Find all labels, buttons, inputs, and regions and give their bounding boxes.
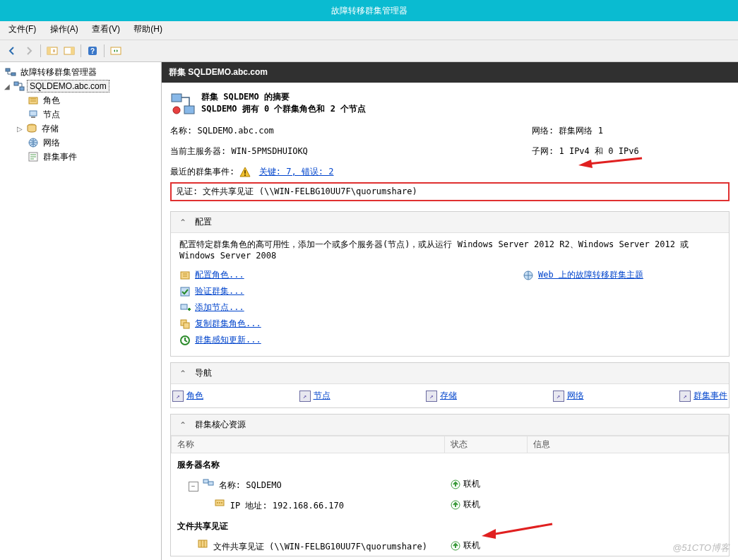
tree-roles[interactable]: 角色	[0, 93, 161, 107]
svg-marker-42	[482, 529, 496, 539]
tree-nodes[interactable]: 节点	[0, 107, 161, 121]
separator-icon	[40, 44, 41, 57]
config-header[interactable]: ⌃ 配置	[171, 212, 729, 233]
copy-role-icon	[179, 318, 191, 330]
action-pane-button[interactable]	[61, 43, 77, 59]
svg-rect-25	[181, 287, 189, 296]
refresh-button[interactable]	[108, 43, 124, 59]
nav-network[interactable]: ↗网络	[553, 390, 680, 402]
configure-role-icon	[179, 270, 191, 281]
tool-bar: ?	[0, 40, 738, 62]
status-online-icon	[451, 541, 460, 551]
nav-title: 导航	[195, 367, 212, 379]
svg-rect-9	[14, 82, 18, 85]
resources-section: ⌃ 群集核心资源 名称 状态 信息 服务器名称 − 名称: SQLDEMO 联机	[170, 414, 730, 556]
col-status[interactable]: 状态	[445, 436, 528, 453]
tree-nodes-label: 节点	[41, 108, 62, 121]
separator-icon	[104, 44, 105, 57]
tree-storage[interactable]: ▷ 存储	[0, 121, 161, 136]
collapse-box-icon[interactable]: −	[189, 482, 198, 492]
svg-point-37	[221, 502, 222, 504]
resources-title: 群集核心资源	[195, 419, 246, 431]
add-node-icon	[179, 302, 191, 314]
tree-root-label: 故障转移群集管理器	[18, 66, 99, 79]
menu-view[interactable]: 查看(V)	[88, 23, 124, 36]
window-title-bar: 故障转移群集管理器	[0, 0, 738, 21]
svg-rect-20	[244, 170, 246, 174]
svg-line-41	[492, 524, 552, 535]
menu-bar: 文件(F) 操作(A) 查看(V) 帮助(H)	[0, 21, 738, 40]
nav-roles[interactable]: ↗角色	[172, 390, 299, 402]
chevron-up-icon: ⌃	[178, 218, 188, 227]
svg-rect-21	[244, 174, 246, 176]
nav-events[interactable]: ↗群集事件	[679, 390, 727, 402]
events-row: 最近的群集事件: 关键: 7, 错误: 2	[170, 166, 730, 178]
nav-storage[interactable]: ↗存储	[426, 390, 553, 402]
expand-icon[interactable]: ▷	[16, 125, 24, 133]
status-online-icon	[451, 500, 460, 510]
detail-header: 群集 SQLDEMO.abc.com	[162, 62, 738, 83]
svg-rect-6	[111, 47, 121, 54]
events-link[interactable]: 关键: 7, 错误: 2	[259, 167, 334, 177]
nav-header[interactable]: ⌃ 导航	[171, 363, 729, 384]
tree-events[interactable]: 群集事件	[0, 150, 161, 164]
nav-nodes[interactable]: ↗节点	[299, 390, 427, 402]
col-info[interactable]: 信息	[528, 436, 729, 453]
configure-role-link[interactable]: 配置角色...	[179, 269, 523, 281]
window-title: 故障转移群集管理器	[331, 6, 407, 16]
resources-table: 名称 状态 信息 服务器名称 − 名称: SQLDEMO 联机 IP 地址: 1…	[171, 436, 729, 556]
row-witness[interactable]: 文件共享见证 (\\WIN-FELBG10UU7F\quorumshare) 联…	[172, 535, 729, 556]
collapse-icon[interactable]: ◢	[3, 83, 11, 90]
cluster-manager-icon	[5, 66, 16, 78]
tree-roles-label: 角色	[41, 94, 62, 107]
svg-rect-17	[172, 94, 181, 102]
events-icon	[28, 151, 39, 162]
show-hide-tree-button[interactable]	[44, 43, 60, 59]
web-icon	[523, 270, 534, 281]
network-row: 网络: 群集网络 1	[532, 125, 730, 137]
witness-highlight-box: 见证: 文件共享见证 (\\WIN-FELBG10UU7F\quorumshar…	[170, 182, 730, 201]
help-button[interactable]: ?	[85, 43, 100, 59]
svg-rect-26	[181, 304, 187, 309]
tree-root[interactable]: 故障转移群集管理器	[0, 65, 161, 79]
resources-header[interactable]: ⌃ 群集核心资源	[171, 415, 729, 436]
witness-icon	[197, 538, 208, 549]
menu-operation[interactable]: 操作(A)	[46, 23, 83, 36]
back-button[interactable]	[4, 43, 20, 59]
web-topic-link[interactable]: Web 上的故障转移群集主题	[523, 269, 720, 281]
launch-icon: ↗	[299, 391, 311, 402]
svg-point-36	[219, 502, 220, 504]
group-server-name: 服务器名称	[172, 453, 729, 475]
update-aware-link[interactable]: 群集感知更新...	[179, 334, 523, 346]
tree-cluster[interactable]: ◢ SQLDEMO.abc.com	[0, 79, 161, 93]
annotation-arrow-icon	[482, 522, 552, 541]
summary-subtitle: SQLDEMO 拥有 0 个群集角色和 2 个节点	[201, 103, 366, 115]
storage-icon	[26, 123, 37, 134]
forward-button[interactable]	[21, 43, 37, 59]
copy-role-link[interactable]: 复制群集角色...	[179, 318, 523, 330]
svg-rect-32	[208, 482, 213, 485]
svg-marker-23	[578, 160, 593, 168]
svg-rect-24	[181, 272, 189, 279]
cluster-summary-icon	[170, 91, 196, 117]
svg-rect-31	[203, 479, 208, 483]
config-title: 配置	[195, 216, 212, 228]
row-ip-address[interactable]: IP 地址: 192.168.66.170 联机	[172, 494, 729, 515]
menu-help[interactable]: 帮助(H)	[129, 23, 167, 36]
validate-cluster-link[interactable]: 验证群集...	[179, 285, 523, 297]
svg-rect-10	[20, 87, 24, 90]
tree-network[interactable]: 网络	[0, 136, 161, 150]
svg-rect-18	[184, 106, 194, 114]
config-desc: 配置特定群集角色的高可用性，添加一个或多个服务器(节点)，或从运行 Window…	[179, 239, 720, 261]
svg-line-22	[588, 158, 642, 164]
chevron-up-icon: ⌃	[178, 420, 188, 430]
tree-storage-label: 存储	[40, 122, 61, 136]
add-node-link[interactable]: 添加节点...	[179, 302, 523, 314]
roles-icon	[28, 95, 39, 106]
tree-pane: 故障转移群集管理器 ◢ SQLDEMO.abc.com 角色 节点 ▷ 存储 网…	[0, 62, 162, 560]
row-server-name[interactable]: − 名称: SQLDEMO 联机	[172, 474, 729, 494]
menu-file[interactable]: 文件(F)	[4, 23, 40, 36]
nav-section: ⌃ 导航 ↗角色 ↗节点 ↗存储 ↗网络 ↗群集事件	[170, 362, 730, 408]
col-name[interactable]: 名称	[172, 436, 445, 453]
svg-point-35	[217, 502, 218, 504]
